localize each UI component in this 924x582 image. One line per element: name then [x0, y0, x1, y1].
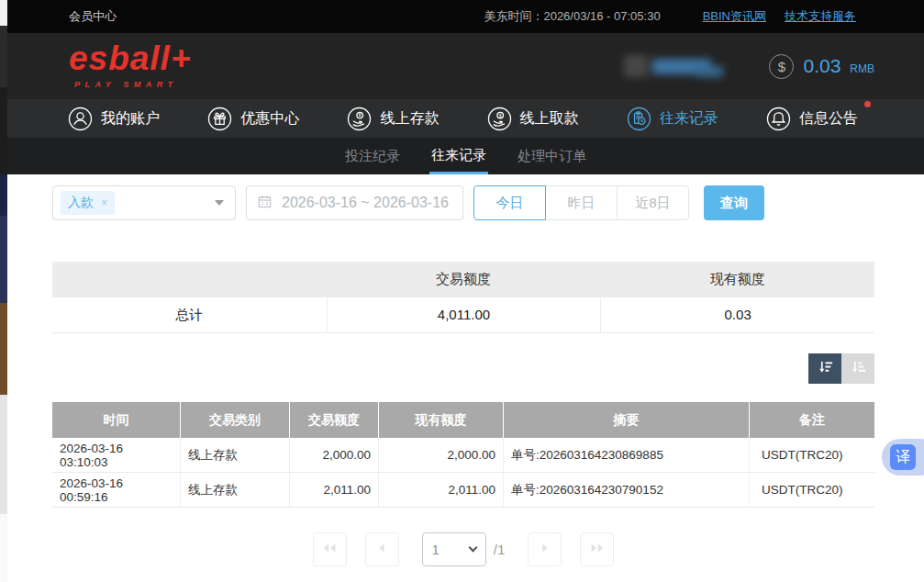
cell-balance: 2,011.00 — [379, 473, 504, 507]
nav-label: 线上取款 — [520, 109, 579, 129]
type-tag: 入款 × — [61, 191, 115, 215]
nav-label: 我的账户 — [101, 109, 160, 129]
balance-amount: 0.03 — [803, 55, 841, 77]
last-page-button[interactable] — [580, 532, 614, 566]
content-area: 入款 × 2026-03-16 ~ 2026-03-16 今日 — [7, 174, 924, 566]
nav-item-my-account[interactable]: 我的账户 — [68, 106, 160, 131]
wallet-balance[interactable]: $ 0.03 RMB — [769, 54, 874, 79]
cell-summary: 单号:202603164230869885 — [504, 438, 750, 472]
header: esball+ PLAY SMART $ 0.03 RMB — [7, 33, 924, 99]
esball-logo[interactable]: esball+ — [69, 40, 192, 78]
search-button[interactable]: 查询 — [704, 185, 764, 220]
cell-balance: 2,000.00 — [379, 438, 504, 472]
tech-support-link[interactable]: 技术支持服务 — [785, 8, 856, 25]
gift-icon — [207, 106, 232, 131]
date-range-value: 2026-03-16 ~ 2026-03-16 — [282, 195, 449, 211]
cell-note: USDT(TRC20) — [750, 438, 874, 472]
main-nav: 我的账户 优惠中心 — [7, 99, 924, 138]
col-header-amount: 交易额度 — [290, 402, 379, 438]
summary-table: 交易额度 现有额度 总计 4,011.00 0.03 — [52, 262, 874, 333]
sort-ascending-icon — [850, 359, 867, 379]
double-right-arrow-icon — [588, 540, 607, 559]
transaction-type-select[interactable]: 入款 × — [52, 185, 236, 220]
nav-label: 优惠中心 — [240, 109, 299, 129]
chevron-down-icon — [215, 200, 224, 206]
nav-item-transaction-records[interactable]: 往来记录 — [627, 106, 718, 131]
right-arrow-icon — [538, 540, 552, 559]
translate-icon[interactable]: 译 — [890, 444, 916, 470]
logo-tagline: PLAY SMART — [74, 80, 178, 89]
first-page-button[interactable] — [313, 532, 347, 566]
records-icon — [627, 106, 651, 131]
col-header-summary: 摘要 — [504, 402, 750, 438]
nav-label: 线上存款 — [380, 109, 439, 129]
username-blurred — [624, 55, 723, 77]
tab-transaction-records[interactable]: 往来记录 — [429, 138, 488, 174]
records-table: 时间 交易类别 交易额度 现有额度 摘要 备注 2026-03-16 03:10… — [52, 402, 874, 508]
member-center-page: 会员中心 美东时间：2026/03/16 - 07:05:30 BBIN资讯网 … — [7, 0, 924, 582]
cell-summary: 单号:202603164230790152 — [504, 473, 750, 507]
table-row: 2026-03-16 03:10:03 线上存款 2,000.00 2,000.… — [52, 438, 874, 473]
balance-currency: RMB — [850, 62, 874, 75]
tab-processing-orders[interactable]: 处理中订单 — [516, 138, 588, 174]
summary-header-row: 交易额度 现有额度 — [52, 262, 874, 297]
page-select-value: 1 — [432, 543, 440, 557]
sort-controls — [52, 353, 874, 384]
nav-item-promotions[interactable]: 优惠中心 — [207, 106, 299, 131]
summary-header-transaction-amount: 交易额度 — [327, 271, 601, 288]
col-header-note: 备注 — [750, 402, 874, 438]
col-header-type: 交易类别 — [181, 402, 290, 438]
next-page-button[interactable] — [528, 532, 562, 566]
eastern-time-label: 美东时间：2026/03/16 - 07:05:30 — [484, 8, 660, 25]
nav-label: 信息公告 — [799, 109, 858, 129]
dollar-icon: $ — [769, 54, 794, 79]
cell-amount: 2,011.00 — [290, 473, 379, 507]
sort-ascending-button[interactable] — [841, 353, 874, 384]
translate-widget[interactable]: 译 — [882, 439, 924, 476]
col-header-balance: 现有额度 — [379, 402, 504, 438]
left-arrow-icon — [374, 540, 389, 559]
nav-item-online-withdrawal[interactable]: $ 线上取款 — [487, 106, 579, 131]
svg-text:$: $ — [498, 112, 501, 118]
cell-type: 线上存款 — [181, 473, 290, 507]
sort-descending-icon — [817, 359, 834, 379]
cell-note: USDT(TRC20) — [750, 473, 874, 507]
records-header-row: 时间 交易类别 交易额度 现有额度 摘要 备注 — [52, 402, 874, 438]
cell-type: 线上存款 — [181, 438, 290, 472]
bbin-news-link[interactable]: BBIN资讯网 — [703, 8, 766, 25]
tab-betting-records[interactable]: 投注纪录 — [343, 138, 402, 174]
sub-nav: 投注纪录 往来记录 处理中订单 — [7, 138, 924, 174]
summary-transaction-amount: 4,011.00 — [327, 297, 601, 332]
col-header-time: 时间 — [52, 402, 181, 438]
nav-label: 往来记录 — [660, 109, 718, 129]
withdraw-icon: $ — [487, 106, 512, 131]
topbar: 会员中心 美东时间：2026/03/16 - 07:05:30 BBIN资讯网 … — [7, 0, 924, 33]
nav-item-online-deposit[interactable]: 线上存款 — [347, 106, 439, 131]
nav-item-announcements[interactable]: 信息公告 — [766, 106, 858, 131]
table-row: 2026-03-16 00:59:16 线上存款 2,011.00 2,011.… — [52, 473, 874, 508]
member-center-label: 会员中心 — [69, 8, 117, 25]
summary-current-balance: 0.03 — [600, 297, 874, 332]
cell-amount: 2,000.00 — [290, 438, 379, 472]
calendar-icon — [257, 194, 273, 213]
summary-total-row: 总计 4,011.00 0.03 — [52, 297, 874, 333]
background-strip — [0, 0, 7, 582]
quick-date-group: 今日 昨日 近8日 — [473, 185, 689, 220]
last-8-days-button[interactable]: 近8日 — [617, 185, 689, 220]
type-tag-label: 入款 — [68, 195, 94, 211]
account-area: $ 0.03 RMB — [624, 33, 874, 99]
filter-row: 入款 × 2026-03-16 ~ 2026-03-16 今日 — [52, 185, 924, 220]
cell-time: 2026-03-16 03:10:03 — [52, 438, 181, 472]
yesterday-button[interactable]: 昨日 — [545, 185, 618, 220]
pagination: 1 /1 — [52, 532, 874, 566]
today-button[interactable]: 今日 — [473, 185, 546, 220]
notification-dot — [864, 101, 871, 107]
bell-icon — [766, 106, 791, 131]
previous-page-button[interactable] — [365, 532, 399, 566]
date-range-input[interactable]: 2026-03-16 ~ 2026-03-16 — [246, 185, 463, 220]
user-icon — [68, 106, 93, 131]
tag-remove-icon[interactable]: × — [101, 196, 107, 209]
cell-time: 2026-03-16 00:59:16 — [52, 473, 181, 507]
sort-descending-button[interactable] — [808, 353, 841, 384]
page-select[interactable]: 1 — [422, 532, 486, 566]
